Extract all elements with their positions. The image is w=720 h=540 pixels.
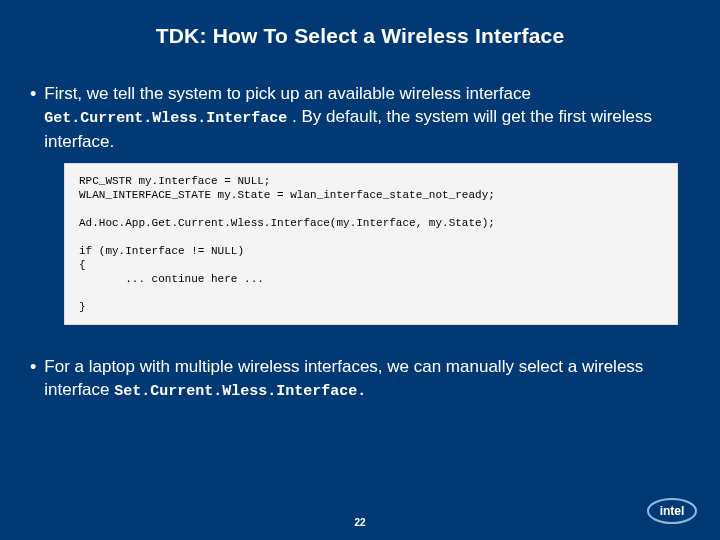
code-block: RPC_WSTR my.Interface = NULL; WLAN_INTER…: [64, 163, 678, 325]
bullet-2: • For a laptop with multiple wireless in…: [28, 355, 692, 403]
code-line-1: WLAN_INTERFACE_STATE my.State = wlan_int…: [79, 189, 495, 201]
slide-title: TDK: How To Select a Wireless Interface: [28, 24, 692, 48]
intel-logo-icon: intel: [646, 496, 698, 526]
bullet-1-code: Get.Current.Wless.Interface: [44, 110, 287, 127]
bullet-1: • First, we tell the system to pick up a…: [28, 82, 692, 153]
bullet-dot-icon: •: [30, 355, 36, 379]
slide: TDK: How To Select a Wireless Interface …: [28, 16, 692, 516]
code-line-0: RPC_WSTR my.Interface = NULL;: [79, 175, 270, 187]
intel-logo-text: intel: [660, 504, 685, 518]
bullet-dot-icon: •: [30, 82, 36, 106]
intel-logo: intel: [646, 496, 698, 526]
code-line-6: {: [79, 259, 86, 271]
code-line-5: if (my.Interface != NULL): [79, 245, 244, 257]
code-line-3: Ad.Hoc.App.Get.Current.Wless.Interface(m…: [79, 217, 495, 229]
code-line-7: ... continue here ...: [79, 273, 264, 285]
bullet-2-text: For a laptop with multiple wireless inte…: [44, 355, 692, 403]
bullet-1-text: First, we tell the system to pick up an …: [44, 82, 692, 153]
bullet-2-code: Set.Current.Wless.Interface.: [114, 383, 366, 400]
bullet-1-pre: First, we tell the system to pick up an …: [44, 84, 531, 103]
page-number: 22: [354, 517, 365, 528]
code-line-9: }: [79, 301, 86, 313]
